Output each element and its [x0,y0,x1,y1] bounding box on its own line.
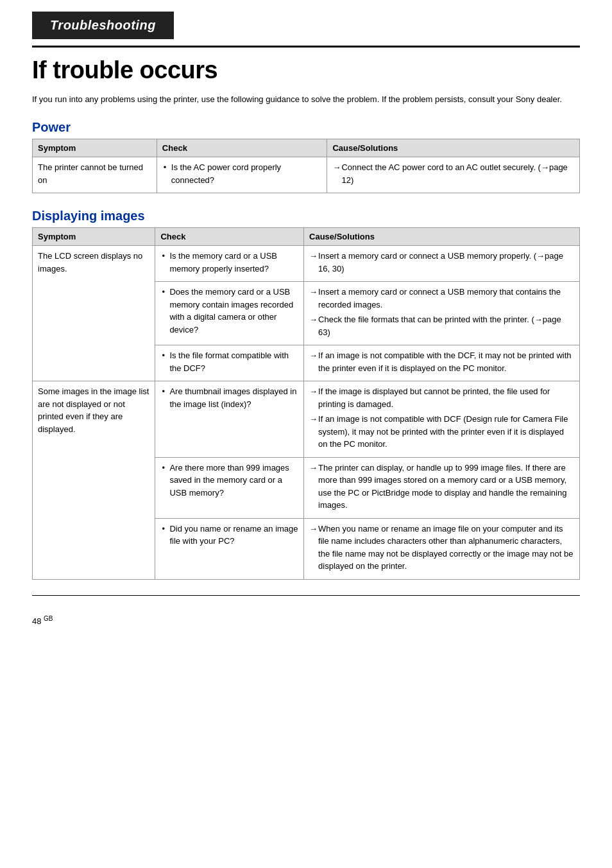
table-row: Some images in the image list are not di… [33,381,580,458]
table-header-row: Symptom Check Cause/Solutions [33,139,580,157]
intro-paragraph: If you run into any problems using the p… [32,93,580,106]
list-item: Are there more than 999 images saved in … [160,462,298,499]
table-header-row: Symptom Check Cause/Solutions [33,228,580,246]
bottom-rule [32,595,580,596]
symptom-cell: The printer cannot be turned on [33,157,157,193]
solution-cell: If the image is displayed but cannot be … [304,381,580,458]
solution-item: If the image is displayed but cannot be … [309,385,574,410]
symptom-cell: The LCD screen displays no images. [33,246,155,381]
power-table: Symptom Check Cause/Solutions The printe… [32,139,580,193]
list-item: Is the file format compatible with the D… [160,349,298,374]
solution-cell: Insert a memory card or connect a USB me… [304,282,580,345]
check-cell: Does the memory card or a USB memory con… [155,282,304,345]
col-check-power: Check [157,139,327,157]
col-check-disp: Check [155,228,304,246]
section-heading-displaying: Displaying images [32,209,580,223]
solution-cell: The printer can display, or handle up to… [304,457,580,518]
main-content: If trouble occurs If you run into any pr… [32,48,580,626]
solution-item: If an image is not compatible with the D… [309,349,574,374]
solution-item: The printer can display, or handle up to… [309,462,574,512]
check-cell: Are thumbnail images displayed in the im… [155,381,304,458]
page-title: If trouble occurs [32,56,580,84]
check-cell: Is the file format compatible with the D… [155,345,304,381]
list-item: Is the memory card or a USB memory prope… [160,250,298,275]
table-row: The printer cannot be turned on Is the A… [33,157,580,193]
table-row: The LCD screen displays no images. Is th… [33,246,580,282]
displaying-images-table: Symptom Check Cause/Solutions The LCD sc… [32,227,580,580]
solution-cell: When you name or rename an image file on… [304,518,580,579]
header-banner-text: Troubleshooting [50,18,156,32]
solution-cell: Connect the AC power cord to an AC outle… [327,157,580,193]
col-symptom-power: Symptom [33,139,157,157]
list-item: Is the AC power cord properly connected? [162,161,322,186]
solution-item: Insert a memory card or connect a USB me… [309,286,574,311]
symptom-cell: Some images in the image list are not di… [33,381,155,580]
col-solutions-power: Cause/Solutions [327,139,580,157]
col-symptom-disp: Symptom [33,228,155,246]
solution-item: Check the file formats that can be print… [309,313,574,338]
list-item: Does the memory card or a USB memory con… [160,286,298,336]
header-banner: Troubleshooting [32,12,174,39]
solution-item: When you name or rename an image file on… [309,523,574,573]
solution-item: If an image is not compatible with DCF (… [309,413,574,451]
solution-item: Insert a memory card or connect a USB me… [309,250,574,275]
list-item: Are thumbnail images displayed in the im… [160,385,298,410]
check-cell: Are there more than 999 images saved in … [155,457,304,518]
check-cell: Did you name or rename an image file wit… [155,518,304,579]
solution-item: Connect the AC power cord to an AC outle… [332,161,574,186]
solution-cell: If an image is not compatible with the D… [304,345,580,381]
list-item: Did you name or rename an image file wit… [160,523,298,548]
check-cell: Is the memory card or a USB memory prope… [155,246,304,282]
col-solutions-disp: Cause/Solutions [304,228,580,246]
section-heading-power: Power [32,120,580,135]
solution-cell: Insert a memory card or connect a USB me… [304,246,580,282]
check-cell: Is the AC power cord properly connected? [157,157,327,193]
page-number: 48 GB [32,615,580,626]
